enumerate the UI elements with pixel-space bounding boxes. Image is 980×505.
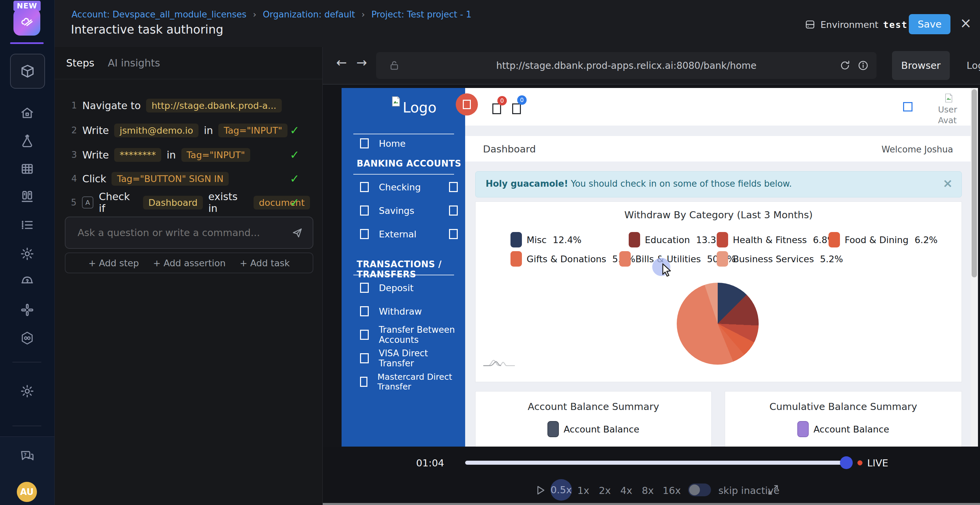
rail-item-slack[interactable] <box>19 302 36 318</box>
legend-item[interactable]: Food & Dining 6.2% <box>829 231 938 248</box>
rail-item-integrations[interactable] <box>19 330 36 346</box>
sidebar-toggle-button[interactable] <box>456 93 478 116</box>
bank-nav-home[interactable]: Home <box>342 134 465 152</box>
horizontal-scrollbar[interactable] <box>323 503 980 505</box>
step-target-chip[interactable]: Tag="INPUT" <box>218 124 288 137</box>
environment-selector[interactable]: Environment test <box>804 19 907 30</box>
play-button[interactable] <box>535 484 546 496</box>
url-text[interactable]: http://stage.dbank.prod-apps.relicx.ai:8… <box>376 52 877 79</box>
help-chat-button[interactable]: ? <box>19 448 36 464</box>
legend-item[interactable]: Business Services 5.2% <box>717 251 843 267</box>
step-value-chip[interactable]: Dashboard <box>143 196 203 210</box>
bank-nav-savings[interactable]: Savings <box>342 202 465 219</box>
broken-image-placeholder <box>449 229 458 239</box>
step-target-chip[interactable]: Tag="INPUT" <box>181 148 251 162</box>
rail-item-preferences[interactable] <box>19 383 36 400</box>
speed-8x-button[interactable]: 8x <box>642 485 654 496</box>
user-avatar-alt-text[interactable]: Avat <box>938 116 957 125</box>
step-row-1[interactable]: 1 Navigate to http://stage.dbank.prod-a.… <box>55 94 310 116</box>
bank-nav-transfer-between-accounts[interactable]: Transfer Between Accounts <box>342 326 465 344</box>
step-row-2[interactable]: 2 Write jsmith@demo.io in Tag="INPUT" ✓ <box>55 119 310 141</box>
legend-item[interactable]: Misc 12.4% <box>511 231 582 248</box>
bank-nav-deposit[interactable]: Deposit <box>342 279 465 297</box>
info-icon[interactable] <box>857 59 869 71</box>
cumulative-balance-card: Cumulative Balance Summary Account Balan… <box>725 391 962 446</box>
bank-nav-visa-direct-transfer[interactable]: VISA Direct Transfer <box>342 349 465 367</box>
step-row-3[interactable]: 3 Write ******** in Tag="INPUT" ✓ <box>55 144 310 166</box>
withdraw-category-pie-chart[interactable] <box>677 283 759 365</box>
breadcrumb-organization[interactable]: Organization: default <box>262 10 355 19</box>
browser-back-icon[interactable]: ← <box>336 55 347 70</box>
skip-inactive-toggle[interactable] <box>688 483 711 496</box>
broken-image-placeholder[interactable] <box>492 103 501 114</box>
step-value-chip[interactable]: ******** <box>114 148 161 162</box>
add-step-button[interactable]: + Add step <box>88 258 139 268</box>
breadcrumb-account[interactable]: Account: Devspace_all_module_licenses <box>72 10 247 19</box>
legend-item[interactable]: Health & Fitness 6.8% <box>717 231 836 248</box>
rail-item-sessions-active[interactable] <box>10 54 45 89</box>
step-value-chip[interactable]: http://stage.dbank.prod-a... <box>146 99 282 113</box>
rail-item-experiments[interactable] <box>19 133 36 150</box>
save-button[interactable]: Save <box>909 14 950 34</box>
browser-forward-icon[interactable]: → <box>356 55 367 70</box>
add-task-button[interactable]: + Add task <box>240 258 290 268</box>
step-row-4[interactable]: 4 Click Tag="BUTTON" SIGN IN ✓ <box>55 168 310 190</box>
legend-item[interactable]: Education 13.3% <box>629 231 725 248</box>
broken-image-placeholder[interactable] <box>512 103 521 114</box>
rail-item-incognito[interactable] <box>19 273 36 290</box>
step-value-chip[interactable]: jsmith@demo.io <box>114 124 199 137</box>
add-assertion-button[interactable]: + Add assertion <box>153 258 226 268</box>
refresh-icon[interactable] <box>839 59 851 71</box>
broken-image-placeholder-blue[interactable] <box>903 102 913 111</box>
alert-banner: Holy guacamole! You should check in on s… <box>475 171 962 197</box>
speed-1x-button[interactable]: 1x <box>578 485 589 496</box>
rail-item-table[interactable] <box>19 160 36 177</box>
fullscreen-button[interactable] <box>767 483 780 496</box>
bank-nav-checking[interactable]: Checking <box>342 178 465 196</box>
legend-label: Account Balance <box>813 424 889 435</box>
url-bar[interactable]: http://stage.dbank.prod-apps.relicx.ai:8… <box>376 52 877 79</box>
card-legend[interactable]: Account Balance <box>725 421 961 437</box>
step-action: Check if <box>99 191 137 214</box>
legend-swatch <box>717 251 728 267</box>
notification-badge-red: 0 <box>497 96 507 105</box>
step-target-chip[interactable]: Tag="BUTTON" SIGN IN <box>111 172 229 186</box>
rail-item-list[interactable] <box>19 217 36 233</box>
tab-ai-insights[interactable]: AI insights <box>108 57 160 69</box>
bank-nav-mastercard-direct-transfer[interactable]: Mastercard Direct Transfer <box>342 373 465 391</box>
steps-panel: Steps AI insights 1 Navigate to http://s… <box>55 47 323 505</box>
step-row-5[interactable]: 5 A Check if Dashboard exists in documen… <box>55 191 310 214</box>
speed-4x-button[interactable]: 4x <box>620 485 632 496</box>
close-icon[interactable]: × <box>960 16 972 30</box>
legend-swatch <box>629 232 640 248</box>
user-avatar[interactable]: AU <box>17 482 37 502</box>
bank-nav-label: Mastercard Direct Transfer <box>377 372 465 392</box>
user-avatar-alt-text[interactable]: User <box>938 105 957 114</box>
speed-0-5x-button-active[interactable]: 0.5x <box>550 479 572 501</box>
speed-16x-button[interactable]: 16x <box>663 485 681 496</box>
alert-close-icon[interactable]: × <box>943 176 953 190</box>
tab-browser-view[interactable]: Browser <box>892 51 950 80</box>
scrollbar-track[interactable] <box>970 88 978 446</box>
timeline-slider-track[interactable] <box>465 461 842 465</box>
legend-item[interactable]: Gifts & Donations 5.1% <box>511 251 635 267</box>
step-target-chip[interactable]: document <box>254 196 310 210</box>
send-button[interactable] <box>291 226 304 239</box>
bank-nav-withdraw[interactable]: Withdraw <box>342 302 465 320</box>
step-connector: in <box>204 125 213 136</box>
bank-nav-external[interactable]: External <box>342 225 465 243</box>
rail-item-settings[interactable] <box>19 245 36 262</box>
app-logo[interactable] <box>13 9 40 36</box>
rail-item-home[interactable] <box>19 105 36 122</box>
speed-2x-button[interactable]: 2x <box>599 485 611 496</box>
rail-item-columns[interactable] <box>19 188 36 205</box>
tab-steps[interactable]: Steps <box>66 57 94 69</box>
tab-log-view[interactable]: Log <box>960 51 980 80</box>
bank-logo-text[interactable]: Logo <box>402 99 437 116</box>
command-input[interactable] <box>77 227 291 239</box>
scrollbar-thumb[interactable] <box>972 89 977 277</box>
timeline-slider-thumb[interactable] <box>840 456 853 469</box>
legend-swatch <box>619 251 631 267</box>
breadcrumb-project[interactable]: Project: Test project - 1 <box>371 10 471 19</box>
card-legend[interactable]: Account Balance <box>476 421 711 437</box>
